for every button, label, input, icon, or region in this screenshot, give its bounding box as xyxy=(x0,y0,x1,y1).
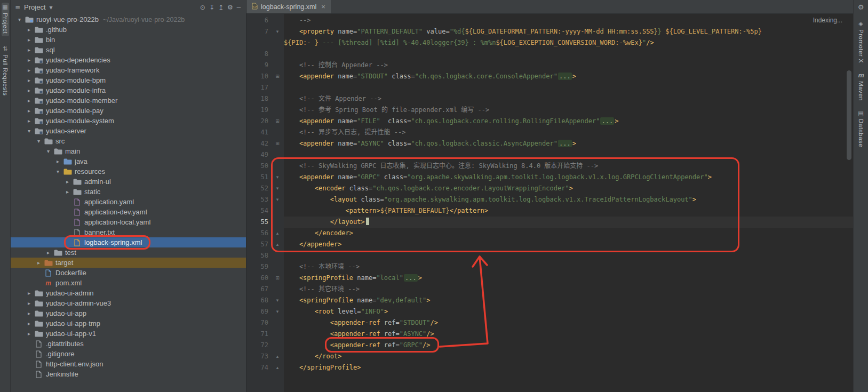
fold-down-icon[interactable]: ▾ xyxy=(271,194,284,205)
line-number[interactable]: 60 xyxy=(246,273,271,284)
tree-item[interactable]: application-dev.yaml xyxy=(11,207,246,217)
code-line[interactable]: 74▴</springProfile> xyxy=(246,362,853,373)
tree-item[interactable]: ▸yudao-ui-admin-vue3 xyxy=(11,298,246,308)
chevron-down-icon[interactable]: ▾ xyxy=(53,169,62,174)
chevron-right-icon[interactable]: ▸ xyxy=(25,108,34,114)
chevron-right-icon[interactable]: ▸ xyxy=(44,250,53,255)
fold-down-icon[interactable]: ▾ xyxy=(271,172,284,183)
code-line[interactable]: 69▾<root level="INFO"> xyxy=(246,306,853,317)
code-line[interactable]: 49 xyxy=(246,149,853,161)
hide-panel-icon[interactable]: ─ xyxy=(237,4,241,11)
line-number[interactable]: 19 xyxy=(246,105,271,116)
code-line[interactable]: 71<appender-ref ref="ASYNC"/> xyxy=(246,329,853,340)
tree-item[interactable]: ▸static xyxy=(11,187,246,197)
tree-item[interactable]: ▸yudao-module-bpm xyxy=(11,75,246,85)
tree-item[interactable]: ▾src xyxy=(11,136,246,146)
line-number[interactable]: 56 xyxy=(246,228,271,239)
line-number[interactable]: 70 xyxy=(246,317,271,329)
tree-item[interactable]: ▸admin-ui xyxy=(11,177,246,187)
editor-scrollbar[interactable] xyxy=(847,70,851,160)
line-number[interactable]: 42 xyxy=(246,138,271,149)
tree-item[interactable]: ▸sql xyxy=(11,45,246,55)
code-line[interactable]: 70<appender-ref ref="STDOUT"/> xyxy=(246,317,853,329)
tree-item[interactable]: application.yaml xyxy=(11,197,246,207)
code-line[interactable]: 52▾<encoder class="ch.qos.logback.core.e… xyxy=(246,183,853,194)
locate-file-icon[interactable]: ⊙ xyxy=(200,4,205,11)
line-number[interactable]: 54 xyxy=(246,205,271,217)
tree-item[interactable]: ▸test xyxy=(11,247,246,258)
line-number[interactable]: 50 xyxy=(246,161,271,172)
tree-item[interactable]: banner.txt xyxy=(11,227,246,237)
line-number[interactable]: 68 xyxy=(246,295,271,306)
fold-plus-icon[interactable]: ⊞ xyxy=(271,116,284,127)
tree-item[interactable]: ▸yudao-module-infra xyxy=(11,85,246,95)
chevron-right-icon[interactable]: ▸ xyxy=(25,27,34,33)
code-line[interactable]: 41<!-- 异步写入日志, 提升性能 --> xyxy=(246,127,853,138)
expand-all-icon[interactable]: ↧ xyxy=(209,4,214,11)
chevron-right-icon[interactable]: ▸ xyxy=(25,87,34,93)
code-line[interactable]: 42⊞<appender name="ASYNC" class="ch.qos.… xyxy=(246,138,853,149)
line-number[interactable] xyxy=(246,37,271,49)
code-line[interactable]: 58 xyxy=(246,250,853,261)
code-line[interactable]: 7▾<property name="PATTERN_DEFAULT" value… xyxy=(246,26,853,37)
menu-icon[interactable]: ≡ xyxy=(15,4,20,11)
code-line[interactable]: 60⊞<springProfile name="local"...> xyxy=(246,273,853,284)
tree-item[interactable]: logback-spring.xml xyxy=(11,237,246,247)
chevron-down-icon[interactable]: ▾ xyxy=(50,4,53,11)
tree-item[interactable]: Jenkinsfile xyxy=(11,369,246,379)
toolwindow-button-maven[interactable]: mMaven xyxy=(858,73,864,101)
line-number[interactable]: 9 xyxy=(246,60,271,71)
chevron-down-icon[interactable]: ▾ xyxy=(15,17,24,22)
chevron-right-icon[interactable]: ▸ xyxy=(25,67,34,73)
chevron-down-icon[interactable]: ▾ xyxy=(44,148,53,154)
code-line[interactable]: 55</layout> xyxy=(246,217,853,228)
chevron-down-icon[interactable]: ▾ xyxy=(34,138,43,144)
tree-item[interactable]: ▾yudao-server xyxy=(11,126,246,136)
line-number[interactable]: 53 xyxy=(246,194,271,205)
fold-down-icon[interactable]: ▾ xyxy=(271,183,284,194)
chevron-down-icon[interactable]: ▾ xyxy=(25,128,34,134)
toolwindow-button-project[interactable]: ▦Project xyxy=(2,3,9,36)
line-number[interactable]: 10 xyxy=(246,71,271,82)
code-line[interactable]: 73▴</root> xyxy=(246,351,853,362)
tree-item[interactable]: ▸yudao-ui-admin xyxy=(11,288,246,298)
line-number[interactable]: 58 xyxy=(246,250,271,261)
chevron-right-icon[interactable]: ▸ xyxy=(25,331,34,337)
collapse-all-icon[interactable]: ↥ xyxy=(218,4,224,11)
line-number[interactable]: 6 xyxy=(246,15,271,26)
code-line[interactable]: 6--> xyxy=(246,15,853,26)
toolwindow-button-database[interactable]: ▤Database xyxy=(858,110,864,147)
code-line[interactable]: 18<!-- 文件 Appender --> xyxy=(246,93,853,105)
code-line[interactable]: 8 xyxy=(246,49,853,60)
tree-item[interactable]: ▸yudao-module-system xyxy=(11,116,246,126)
tree-item[interactable]: mpom.xml xyxy=(11,278,246,288)
tab-close-icon[interactable]: × xyxy=(321,3,325,11)
code-line[interactable]: 19<!-- 参考 Spring Boot 的 file-appender.xm… xyxy=(246,105,853,116)
chevron-right-icon[interactable]: ▸ xyxy=(25,57,34,63)
editor-tab-logback-spring-xml[interactable]: <> logback-spring.xml × xyxy=(246,0,331,13)
tree-item[interactable]: application-local.yaml xyxy=(11,217,246,227)
line-number[interactable]: 55 xyxy=(246,217,271,228)
tree-item[interactable]: http-client.env.json xyxy=(11,359,246,369)
line-number[interactable]: 8 xyxy=(246,49,271,60)
tree-item[interactable]: ▸yudao-ui-app xyxy=(11,308,246,318)
code-line[interactable]: 9<!-- 控制台 Appender --> xyxy=(246,60,853,71)
chevron-right-icon[interactable]: ▸ xyxy=(25,290,34,296)
tree-item[interactable]: ▸target xyxy=(11,258,246,268)
fold-up-icon[interactable]: ▴ xyxy=(271,351,284,362)
fold-down-icon[interactable]: ▾ xyxy=(271,306,284,317)
line-number[interactable]: 71 xyxy=(246,329,271,340)
line-number[interactable]: 20 xyxy=(246,116,271,127)
chevron-right-icon[interactable]: ▸ xyxy=(63,189,72,195)
code-line[interactable]: 57▴</appender> xyxy=(246,239,853,250)
code-line[interactable]: 17 xyxy=(246,82,853,93)
tree-item[interactable]: ▾ruoyi-vue-pro-2022b~/Java/ruoyi-vue-pro… xyxy=(11,14,246,25)
line-number[interactable]: 69 xyxy=(246,306,271,317)
chevron-right-icon[interactable]: ▸ xyxy=(25,300,34,306)
chevron-right-icon[interactable]: ▸ xyxy=(25,37,34,43)
line-number[interactable]: 41 xyxy=(246,127,271,138)
fold-up-icon[interactable]: ▴ xyxy=(271,362,284,373)
code-line[interactable]: 53▾<layout class="org.apache.skywalking.… xyxy=(246,194,853,205)
fold-plus-icon[interactable]: ⊞ xyxy=(271,273,284,284)
code-line[interactable]: 51▾<appender name="GRPC" class="org.apac… xyxy=(246,172,853,183)
